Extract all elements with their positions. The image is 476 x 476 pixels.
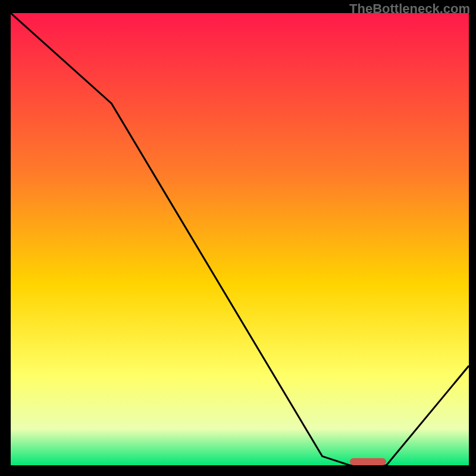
chart-plot-area [11, 13, 469, 465]
watermark-text: TheBottleneck.com [349, 1, 470, 17]
chart-curve [11, 13, 469, 465]
chart-minimum-marker [350, 458, 387, 465]
